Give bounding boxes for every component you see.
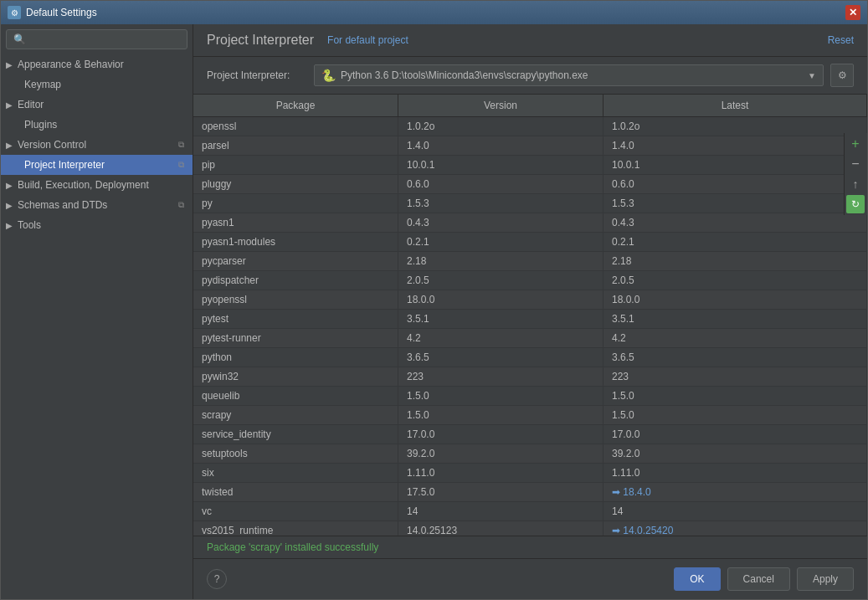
cell-package: pyasn1 (193, 213, 398, 232)
move-up-button[interactable]: ↑ (846, 175, 865, 193)
cell-package: pyasn1-modules (193, 233, 398, 251)
remove-package-button[interactable]: − (846, 155, 865, 173)
cell-latest: 1.4.0 (603, 136, 867, 155)
cell-package: openssl (193, 117, 398, 136)
table-row[interactable]: pytest3.5.13.5.1 (193, 310, 867, 329)
help-button[interactable]: ? (207, 569, 227, 589)
table-row[interactable]: parsel1.4.01.4.0 (193, 136, 867, 156)
table-row[interactable]: openssl1.0.2o1.0.2o (193, 117, 867, 136)
python-icon: 🐍 (321, 69, 336, 82)
cancel-button[interactable]: Cancel (727, 567, 790, 591)
sidebar-item-project-interpreter[interactable]: Project Interpreter ⧉ (1, 155, 193, 175)
sidebar: 🔍 ▶ Appearance & Behavior Keymap ▶ Edito… (1, 24, 193, 599)
titlebar-left: ⚙ Default Settings (8, 6, 97, 19)
sidebar-item-tools[interactable]: ▶ Tools (1, 215, 193, 235)
sidebar-label-version-control: Version Control (18, 139, 86, 151)
expand-arrow-editor-icon: ▶ (6, 100, 13, 110)
table-row[interactable]: vc1414 (193, 502, 867, 521)
sidebar-label-build: Build, Execution, Deployment (18, 179, 149, 191)
sidebar-label-plugins: Plugins (24, 119, 57, 131)
table-row[interactable]: six1.11.01.11.0 (193, 464, 867, 483)
table-row[interactable]: pyopenssl18.0.018.0.0 (193, 290, 867, 310)
sidebar-label-appearance: Appearance & Behavior (18, 59, 124, 70)
cell-version: 14 (398, 502, 603, 521)
sidebar-item-build[interactable]: ▶ Build, Execution, Deployment (1, 175, 193, 195)
sidebar-item-version-control[interactable]: ▶ Version Control ⧉ (1, 135, 193, 155)
table-row[interactable]: vs2015_runtime14.0.25123➡ 14.0.25420 (193, 521, 867, 536)
cell-package: parsel (193, 136, 398, 155)
cell-version: 2.0.5 (398, 271, 603, 290)
cell-package: py (193, 194, 398, 213)
table-row[interactable]: pyasn10.4.30.4.3 (193, 213, 867, 233)
cell-latest: 17.0.0 (603, 425, 867, 444)
sidebar-item-appearance[interactable]: ▶ Appearance & Behavior (1, 54, 193, 74)
table-row[interactable]: pip10.0.110.0.1 (193, 156, 867, 175)
cell-package: setuptools (193, 444, 398, 463)
panel-subtitle: For default project (327, 34, 408, 46)
cell-version: 4.2 (398, 329, 603, 347)
expand-arrow-vc-icon: ▶ (6, 141, 13, 150)
reset-button[interactable]: Reset (828, 34, 854, 46)
titlebar: ⚙ Default Settings ✕ (1, 1, 867, 24)
cell-version: 10.0.1 (398, 156, 603, 174)
table-row[interactable]: pluggy0.6.00.6.0 (193, 175, 867, 194)
expand-arrow-schemas-icon: ▶ (6, 201, 13, 210)
add-package-button[interactable]: + (846, 135, 865, 153)
column-version: Version (398, 95, 603, 116)
table-row[interactable]: python3.6.53.6.5 (193, 348, 867, 367)
table-row[interactable]: pywin32223223 (193, 367, 867, 387)
sidebar-item-plugins[interactable]: Plugins (1, 115, 193, 135)
sidebar-item-editor[interactable]: ▶ Editor (1, 95, 193, 115)
cell-latest: 1.5.0 (603, 406, 867, 424)
table-row[interactable]: pyasn1-modules0.2.10.2.1 (193, 233, 867, 252)
cell-version: 2.18 (398, 252, 603, 270)
table-row[interactable]: pytest-runner4.24.2 (193, 329, 867, 348)
footer: ? OK Cancel Apply (193, 558, 867, 599)
apply-button[interactable]: Apply (797, 567, 854, 591)
table-row[interactable]: pycparser2.182.18 (193, 252, 867, 271)
table-row[interactable]: twisted17.5.0➡ 18.4.0 (193, 483, 867, 502)
cell-package: python (193, 348, 398, 367)
cell-package: service_identity (193, 425, 398, 444)
cell-latest: 14 (603, 502, 867, 521)
cell-latest: 2.18 (603, 252, 867, 270)
cell-latest: 39.2.0 (603, 444, 867, 463)
cell-latest: ➡ 14.0.25420 (603, 521, 867, 536)
update-package-button[interactable]: ↻ (846, 195, 865, 213)
cell-version: 0.2.1 (398, 233, 603, 251)
table-body: openssl1.0.2o1.0.2oparsel1.4.01.4.0pip10… (193, 117, 867, 536)
main-window: ⚙ Default Settings ✕ 🔍 ▶ Appearance & Be… (0, 0, 868, 600)
table-row[interactable]: queuelib1.5.01.5.0 (193, 387, 867, 406)
sidebar-item-schemas[interactable]: ▶ Schemas and DTDs ⧉ (1, 195, 193, 215)
table-row[interactable]: pydispatcher2.0.52.0.5 (193, 271, 867, 290)
cell-version: 1.11.0 (398, 464, 603, 482)
table-row[interactable]: setuptools39.2.039.2.0 (193, 444, 867, 464)
cell-package: six (193, 464, 398, 482)
interpreter-select[interactable]: 🐍 Python 3.6 D:\tools\Miniconda3\envs\sc… (314, 64, 824, 86)
sidebar-item-keymap[interactable]: Keymap (1, 74, 193, 95)
search-box[interactable]: 🔍 (6, 29, 187, 49)
sidebar-label-project-interpreter: Project Interpreter (24, 159, 105, 171)
cell-latest: 2.0.5 (603, 271, 867, 290)
window-title: Default Settings (26, 7, 97, 18)
copy-pi-icon: ⧉ (178, 160, 184, 170)
cell-version: 17.5.0 (398, 483, 603, 501)
cell-package: scrapy (193, 406, 398, 424)
table-row[interactable]: scrapy1.5.01.5.0 (193, 406, 867, 425)
close-button[interactable]: ✕ (845, 5, 860, 20)
dropdown-arrow-icon: ▼ (808, 71, 816, 80)
table-row[interactable]: service_identity17.0.017.0.0 (193, 425, 867, 444)
cell-package: queuelib (193, 387, 398, 405)
main-content: 🔍 ▶ Appearance & Behavior Keymap ▶ Edito… (1, 24, 867, 599)
table-row[interactable]: py1.5.31.5.3 (193, 194, 867, 213)
cell-latest: 0.4.3 (603, 213, 867, 232)
gear-settings-button[interactable]: ⚙ (830, 64, 854, 87)
sidebar-label-keymap: Keymap (24, 79, 61, 90)
cell-version: 17.0.0 (398, 425, 603, 444)
app-icon: ⚙ (8, 6, 21, 19)
cell-package: pywin32 (193, 367, 398, 386)
cell-latest: 18.0.0 (603, 290, 867, 309)
cell-latest: 1.5.0 (603, 387, 867, 405)
ok-button[interactable]: OK (674, 567, 720, 591)
cell-version: 39.2.0 (398, 444, 603, 463)
